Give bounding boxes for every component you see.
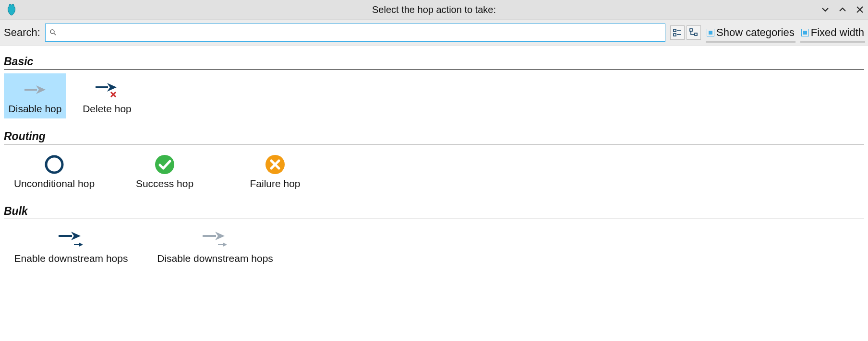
- item-label: Success hop: [136, 178, 193, 189]
- svg-marker-22: [71, 232, 81, 240]
- enable-downstream-icon: [56, 226, 86, 253]
- item-label: Disable hop: [9, 103, 62, 115]
- section-title-basic: Basic: [4, 53, 864, 70]
- svg-marker-28: [223, 243, 227, 247]
- item-disable-hop[interactable]: Disable hop: [4, 73, 66, 118]
- search-icon: [49, 27, 56, 38]
- item-label: Disable downstream hops: [157, 253, 273, 264]
- show-categories-label: Show categories: [716, 26, 795, 39]
- window-title: Select the hop action to take:: [372, 4, 496, 15]
- svg-rect-5: [674, 34, 676, 36]
- content-area: Basic Disable hop: [0, 46, 868, 282]
- search-input[interactable]: [59, 27, 661, 38]
- item-label: Delete hop: [83, 103, 132, 115]
- view-mode-buttons: [670, 25, 701, 40]
- item-success-hop[interactable]: Success hop: [114, 148, 215, 193]
- minimize-button[interactable]: [821, 5, 830, 14]
- svg-marker-11: [36, 85, 46, 94]
- svg-marker-13: [107, 83, 117, 92]
- svg-marker-24: [79, 243, 83, 247]
- svg-rect-8: [690, 29, 692, 31]
- item-delete-hop[interactable]: Delete hop: [76, 73, 138, 118]
- toolbar: Search: Show categories Fi: [0, 20, 868, 46]
- svg-rect-4: [674, 29, 676, 32]
- item-disable-downstream-hops[interactable]: Disable downstream hops: [148, 223, 282, 268]
- item-unconditional-hop[interactable]: Unconditional hop: [4, 148, 105, 193]
- svg-marker-26: [215, 232, 225, 240]
- svg-rect-9: [695, 33, 697, 35]
- search-box[interactable]: [45, 24, 665, 42]
- section-title-bulk: Bulk: [4, 203, 864, 219]
- item-failure-hop[interactable]: Failure hop: [225, 148, 326, 193]
- routing-items: Unconditional hop Success hop Failure ho…: [4, 148, 864, 193]
- close-button[interactable]: [856, 5, 864, 14]
- svg-point-2: [50, 30, 54, 34]
- window-controls: [821, 0, 864, 19]
- search-label: Search:: [4, 26, 40, 39]
- arrow-disabled-icon: [23, 76, 48, 103]
- checkbox-icon: [707, 29, 714, 36]
- checkbox-icon: [801, 29, 809, 36]
- svg-line-3: [54, 33, 56, 35]
- item-label: Enable downstream hops: [14, 253, 128, 264]
- fixed-width-checkbox[interactable]: Fixed width: [800, 23, 865, 43]
- success-icon: [154, 151, 175, 178]
- item-label: Unconditional hop: [14, 178, 95, 189]
- disable-downstream-icon: [200, 226, 230, 253]
- unconditional-icon: [44, 151, 65, 178]
- bulk-items: Enable downstream hops Disable downstrea…: [4, 223, 864, 268]
- item-label: Failure hop: [250, 178, 300, 189]
- svg-point-16: [46, 156, 62, 173]
- section-title-routing: Routing: [4, 128, 864, 144]
- svg-point-17: [155, 155, 174, 174]
- maximize-button[interactable]: [838, 5, 847, 14]
- item-enable-downstream-hops[interactable]: Enable downstream hops: [4, 223, 138, 268]
- arrow-delete-icon: [94, 76, 121, 103]
- tree-view-button[interactable]: [687, 25, 701, 40]
- show-categories-checkbox[interactable]: Show categories: [706, 23, 796, 43]
- app-icon: [2, 0, 21, 19]
- basic-items: Disable hop Delete hop: [4, 73, 864, 118]
- titlebar: Select the hop action to take:: [0, 0, 868, 20]
- fixed-width-label: Fixed width: [811, 26, 864, 39]
- icon-view-button[interactable]: [670, 25, 685, 40]
- failure-icon: [265, 151, 286, 178]
